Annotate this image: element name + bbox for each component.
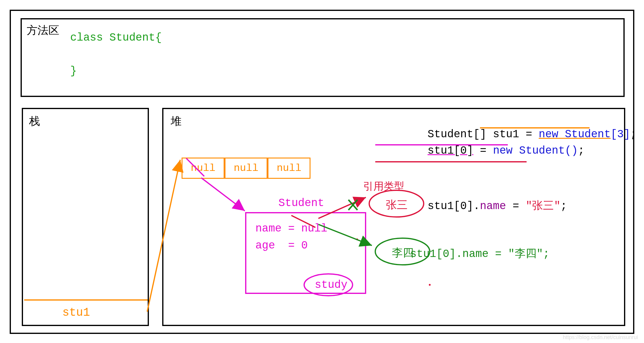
code-l2c: new Student() [493,145,578,157]
code-line-4: stu1[0].name = "李四"; [410,246,619,261]
code-l3b: name [480,200,506,212]
code-line-3: stu1[0].name = "张三"; [375,186,584,225]
code-line-2: stu1[0] = new Student(); [375,132,584,169]
stack-divider [23,109,148,325]
stack-label: 栈 [29,114,40,129]
array-cells: null null null [182,158,310,179]
stu1-var: stu1 [62,306,90,319]
student-label: Student [278,197,324,209]
code-l2b: = [473,145,493,157]
array-cell-0: null [182,158,225,179]
method-area-box: 方法区 class Student{ } [21,18,625,97]
heap-label: 堆 [171,114,182,129]
class-decl-close: } [70,65,77,77]
diagram-canvas: 方法区 class Student{ } 栈 stu1 堆 null null … [10,10,634,334]
stack-box: 栈 stu1 [22,108,149,326]
code-l3c: = [506,200,526,212]
code-l3d: "张三" [526,200,560,212]
code-l2d: ; [578,145,585,157]
code-l3a: stu1[0]. [428,200,480,212]
watermark: https://blog.csdn.net/cuinsunrui [563,334,638,341]
method-area-label: 方法区 [27,23,59,38]
code-block: Student[] stu1 = new Student[3]; stu1[0]… [375,116,584,208]
array-cell-2: null [268,158,310,179]
student-object-box: name = null age = 0 [245,212,366,294]
class-decl-open: class Student{ [70,32,162,44]
student-name-field: name = null [255,222,327,235]
code-l1c: [3] [611,128,630,141]
code-l3e: ; [560,200,567,212]
array-cell-1: null [225,158,268,179]
student-age-field: age = 0 [255,239,308,252]
code-l1d: ; [630,128,637,141]
study-label: study [315,279,347,291]
heap-box: 堆 null null null Student name = null age… [162,108,625,326]
svg-point-7 [429,284,431,286]
code-l2a: stu1[0] [428,145,473,157]
